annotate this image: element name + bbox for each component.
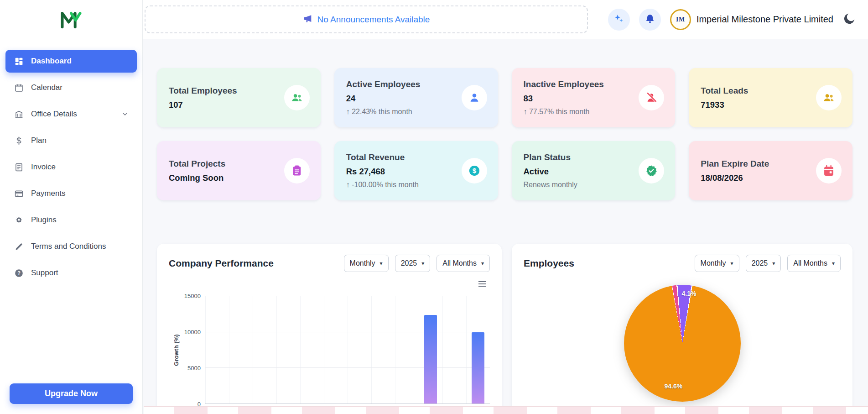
user-icon	[462, 85, 487, 110]
sidebar-item-office-details[interactable]: Office Details	[5, 103, 137, 126]
topbar: No Announcements Available IM	[143, 0, 868, 39]
pen-icon	[14, 241, 24, 252]
chart-title: Company Performance	[169, 258, 274, 269]
frequency-select[interactable]: Monthly ▾	[695, 255, 739, 272]
y-tick: 15000	[184, 293, 201, 299]
gridline	[205, 367, 490, 368]
chart-filters: Monthly ▾ 2025 ▾ All Months ▾	[344, 255, 490, 272]
select-value: 2025	[401, 259, 417, 267]
chart-toolbar	[169, 281, 486, 288]
upgrade-button[interactable]: Upgrade Now	[10, 383, 133, 404]
sidebar-item-label: Office Details	[31, 110, 77, 119]
pie-slice-label: 94.6%	[665, 383, 683, 390]
stat-card-plan-status: Plan Status Active Renews monthly	[512, 141, 676, 200]
y-tick: 5000	[187, 365, 201, 372]
sidebar-item-invoice[interactable]: Invoice	[5, 156, 137, 178]
sidebar-item-calendar[interactable]: Calendar	[5, 76, 137, 99]
bell-icon	[645, 13, 655, 26]
office-building-icon	[14, 109, 24, 119]
sidebar-item-label: Invoice	[31, 162, 56, 172]
sidebar-item-dashboard[interactable]: Dashboard	[5, 50, 137, 73]
year-select[interactable]: 2025 ▾	[395, 255, 431, 272]
invoice-icon	[14, 162, 24, 172]
dollar-icon	[14, 136, 24, 146]
logo[interactable]	[0, 0, 142, 40]
announcement-banner: No Announcements Available	[145, 5, 588, 33]
sparkle-theme-button[interactable]	[608, 9, 630, 31]
stat-cards: Total Employees 107 Active Employees 24 …	[157, 68, 852, 200]
select-value: Monthly	[701, 259, 726, 267]
chevron-down-icon: ▾	[832, 260, 835, 267]
pie-slice-label: 4.1%	[682, 290, 696, 297]
chevron-down-icon: ▾	[772, 260, 775, 267]
notifications-button[interactable]	[639, 9, 661, 31]
chevron-down-icon: ▾	[481, 260, 484, 267]
month-select[interactable]: All Months ▾	[437, 255, 490, 272]
gridline	[205, 332, 490, 332]
dark-mode-toggle[interactable]	[842, 12, 856, 27]
company-performance-card: Company Performance Monthly ▾ 2025 ▾	[157, 244, 502, 414]
sidebar-item-plan[interactable]: Plan	[5, 129, 137, 152]
avatar-text: IM	[676, 16, 685, 23]
payments-card-icon	[14, 189, 24, 199]
frequency-select[interactable]: Monthly ▾	[344, 255, 389, 272]
chart-title: Employees	[524, 258, 574, 269]
badge-check-icon	[639, 158, 664, 183]
moon-icon	[842, 12, 856, 27]
main-area: No Announcements Available IM	[143, 0, 868, 414]
user-slash-icon	[639, 85, 664, 110]
sidebar-item-label: Payments	[31, 189, 66, 198]
calendar-icon	[14, 83, 24, 93]
y-axis-ticks: 15000 10000 5000 0	[182, 296, 205, 404]
charts-row: Company Performance Monthly ▾ 2025 ▾	[157, 244, 852, 414]
card-subtitle: ↑ 22.43% this month	[346, 108, 486, 116]
sidebar-item-label: Plugins	[31, 215, 57, 225]
profile-menu[interactable]: IM Imperial Milestone Private Limited	[670, 9, 833, 30]
sidebar-item-label: Dashboard	[31, 57, 72, 66]
chart-header: Company Performance Monthly ▾ 2025 ▾	[169, 255, 490, 272]
stat-card-active-employees: Active Employees 24 ↑ 22.43% this month	[334, 68, 498, 127]
sidebar-item-plugins[interactable]: Plugins	[5, 209, 137, 231]
chevron-down-icon: ▾	[421, 260, 424, 267]
sidebar: Dashboard Calendar Office Details	[0, 0, 143, 414]
sidebar-item-label: Support	[31, 268, 58, 278]
dollar-circle-icon: $	[462, 158, 487, 183]
bar-chart: Growth (%) 15000 10000 5000 0	[169, 296, 490, 404]
chevron-down-icon: ▾	[731, 260, 733, 267]
dashboard-icon	[14, 56, 24, 66]
company-avatar: IM	[670, 9, 691, 30]
bar-chart-plot[interactable]	[205, 296, 490, 404]
chevron-down-icon	[121, 110, 129, 118]
bar-Oct	[424, 315, 437, 404]
sidebar-item-label: Plan	[31, 136, 47, 145]
gridline	[205, 296, 490, 296]
chart-filters: Monthly ▾ 2025 ▾ All Months ▾	[695, 255, 841, 272]
clipboard-icon	[284, 158, 310, 183]
sidebar-item-terms[interactable]: Terms and Conditions	[5, 235, 137, 258]
bar-Dec	[472, 332, 484, 404]
help-circle-icon: ?	[14, 268, 24, 278]
topbar-actions: IM Imperial Milestone Private Limited	[608, 9, 856, 31]
sidebar-item-support[interactable]: ? Support	[5, 262, 137, 284]
sidebar-item-payments[interactable]: Payments	[5, 182, 137, 205]
stat-card-plan-expire-date: Plan Expire Date 18/08/2026	[689, 141, 852, 200]
card-subtitle: ↑ -100.00% this month	[346, 181, 486, 189]
card-subtitle: ↑ 77.57% this month	[524, 108, 664, 116]
brand-monogram-icon	[59, 9, 83, 31]
svg-text:$: $	[472, 167, 476, 174]
year-select[interactable]: 2025 ▾	[746, 255, 781, 272]
stat-card-total-leads: Total Leads 71933	[689, 68, 852, 127]
chart-menu-icon[interactable]	[478, 281, 486, 287]
app: Dashboard Calendar Office Details	[0, 0, 868, 414]
stat-card-total-projects: Total Projects Coming Soon	[157, 141, 321, 200]
sparkle-icon	[613, 13, 624, 26]
chevron-down-icon: ▾	[380, 260, 383, 267]
sidebar-item-label: Calendar	[31, 83, 62, 92]
pie-chart-area: 4.1% 94.6%	[624, 285, 741, 402]
select-value: All Months	[442, 259, 477, 267]
users-icon	[816, 85, 842, 110]
partial-bottom-row	[144, 406, 868, 414]
plugins-gear-icon	[14, 215, 24, 225]
sidebar-nav: Dashboard Calendar Office Details	[0, 40, 142, 383]
month-select[interactable]: All Months ▾	[787, 255, 841, 272]
